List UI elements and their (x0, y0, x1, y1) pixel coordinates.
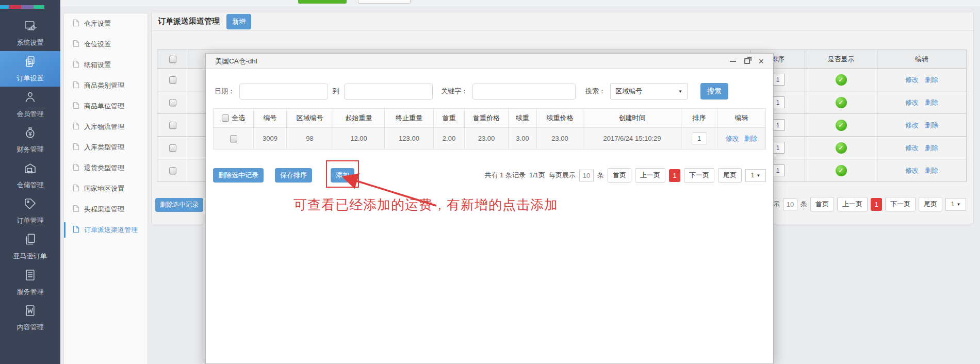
delete-link[interactable]: 删除 (925, 121, 938, 130)
sidebar-item-service-management[interactable]: 服务管理 (0, 264, 60, 300)
submenu-item-country-region[interactable]: 国家地区设置 (64, 178, 148, 199)
column-header-first-weight: 首重 (434, 109, 465, 127)
submenu-item-bin-setting[interactable]: 仓位设置 (64, 34, 148, 55)
modify-link[interactable]: 修改 (905, 121, 919, 130)
next-page-button[interactable]: 下一页 (885, 197, 916, 211)
keyword-input[interactable] (472, 84, 576, 100)
visible-check-icon[interactable]: ✓ (836, 120, 847, 131)
cell-end-weight: 123.00 (385, 128, 434, 149)
modify-link[interactable]: 修改 (905, 143, 919, 153)
monitor-gear-icon (23, 19, 37, 35)
restore-icon[interactable] (744, 58, 750, 64)
search-field-select[interactable]: 区域编号▼ (610, 83, 688, 100)
delete-link[interactable]: 删除 (925, 143, 938, 153)
row-checkbox[interactable] (169, 167, 176, 174)
cell-start-weight: 12.00 (333, 128, 385, 149)
submenu-item-label: 仓库设置 (84, 19, 111, 28)
next-page-button[interactable]: 下一页 (684, 168, 714, 183)
submenu-item-return-type[interactable]: 退货类型管理 (64, 158, 148, 178)
submenu-item-product-category[interactable]: 商品类别管理 (64, 75, 148, 96)
doc-icon (73, 102, 79, 111)
column-header-first-price: 首重价格 (465, 109, 509, 127)
partial-green-button[interactable] (298, 0, 347, 4)
doc-icon (73, 19, 79, 28)
first-page-button[interactable]: 首页 (810, 197, 834, 211)
page-info: 1/1页 (529, 171, 545, 180)
search-button[interactable]: 搜索 (700, 83, 728, 100)
select-all-checkbox[interactable] (222, 114, 229, 122)
to-label: 到 (333, 87, 339, 96)
cell-region: 98 (287, 128, 333, 149)
modify-link[interactable]: 修改 (905, 75, 919, 85)
submenu-item-first-leg-channel[interactable]: 头程渠道管理 (64, 199, 148, 220)
visible-check-icon[interactable]: ✓ (836, 142, 847, 154)
delete-selected-button[interactable]: 删除选中记录 (213, 168, 264, 183)
cell-add-weight: 3.00 (509, 128, 537, 149)
modify-link[interactable]: 修改 (905, 166, 919, 175)
date-from-input[interactable] (239, 84, 328, 100)
first-page-button[interactable]: 首页 (608, 168, 631, 183)
submenu-item-label: 入库类型管理 (84, 143, 124, 152)
submenu-item-label: 头程渠道管理 (84, 205, 124, 214)
row-checkbox[interactable] (169, 99, 176, 106)
submenu-item-label: 商品类别管理 (84, 81, 124, 90)
sort-input[interactable] (692, 133, 707, 144)
sidebar-item-order-settings[interactable]: 订单设置 (0, 51, 60, 87)
date-to-input[interactable] (344, 84, 433, 100)
row-checkbox[interactable] (169, 144, 176, 152)
select-all-checkbox[interactable] (169, 56, 176, 63)
search-by-label: 搜索： (585, 87, 606, 96)
prev-page-button[interactable]: 上一页 (635, 168, 665, 183)
per-page-input[interactable] (783, 198, 797, 210)
submenu-item-warehouse-setting[interactable]: 仓库设置 (64, 13, 148, 34)
submenu-item-order-delivery-channel[interactable]: 订单派送渠道管理 (64, 220, 148, 240)
partial-white-button[interactable] (358, 0, 411, 4)
sidebar-item-amazon-orders[interactable]: 亚马逊订单 (0, 229, 60, 264)
page-jump-select[interactable]: 1▼ (945, 198, 966, 211)
delete-link[interactable]: 删除 (744, 134, 758, 143)
page-jump-select[interactable]: 1▼ (745, 169, 766, 182)
save-sort-button[interactable]: 保存排序 (275, 168, 312, 183)
delete-link[interactable]: 删除 (925, 75, 938, 85)
close-icon[interactable]: × (758, 57, 764, 66)
delete-selected-button[interactable]: 删除选中记录 (155, 198, 203, 212)
sidebar: 系统设置 订单设置 会员管理 财务管理 仓储管理 订单管理 (0, 0, 60, 364)
search-field-value: 区域编号 (615, 87, 642, 96)
add-button[interactable]: 添加 (331, 168, 354, 183)
minimize-icon[interactable] (730, 61, 736, 62)
row-checkbox[interactable] (169, 76, 176, 84)
row-checkbox[interactable] (169, 122, 176, 129)
sidebar-item-label: 服务管理 (17, 287, 44, 296)
dialog-search-row: 日期： 到 关键字： 搜索： 区域编号▼ 搜索 (206, 69, 773, 100)
last-page-button[interactable]: 尾页 (718, 168, 742, 183)
submenu-item-inbound-type[interactable]: 入库类型管理 (64, 137, 148, 158)
visible-check-icon[interactable]: ✓ (836, 165, 847, 176)
last-page-button[interactable]: 尾页 (919, 197, 942, 211)
prev-page-button[interactable]: 上一页 (837, 197, 868, 211)
add-new-button[interactable]: 新增 (226, 14, 251, 29)
submenu-item-carton-setting[interactable]: 纸箱设置 (64, 55, 148, 75)
page-jump-value: 1 (951, 201, 955, 208)
delete-link[interactable]: 删除 (925, 98, 938, 107)
sidebar-item-content-management[interactable]: 内容管理 (0, 300, 60, 336)
submenu-item-product-unit[interactable]: 商品单位管理 (64, 96, 148, 117)
chevron-down-icon: ▼ (756, 173, 760, 178)
visible-check-icon[interactable]: ✓ (836, 97, 847, 108)
sidebar-item-warehouse-management[interactable]: 仓储管理 (0, 158, 60, 193)
current-page[interactable]: 1 (669, 169, 680, 182)
sidebar-item-finance-management[interactable]: 财务管理 (0, 122, 60, 158)
visible-check-icon[interactable]: ✓ (836, 74, 847, 86)
freight-table: 全选 编号 区域编号 起始重量 终止重量 首重 首重价格 续重 续重价格 创建时… (213, 108, 766, 150)
submenu-item-inbound-logistics[interactable]: 入库物流管理 (64, 117, 148, 137)
sidebar-item-member-management[interactable]: 会员管理 (0, 87, 60, 122)
current-page[interactable]: 1 (871, 198, 882, 211)
modify-link[interactable]: 修改 (726, 134, 739, 143)
doc-icon (73, 163, 79, 173)
sidebar-item-system-settings[interactable]: 系统设置 (0, 15, 60, 51)
dialog-header[interactable]: 美国CA仓-dhl × (206, 54, 773, 69)
per-page-input[interactable] (579, 170, 594, 181)
delete-link[interactable]: 删除 (925, 166, 938, 175)
modify-link[interactable]: 修改 (905, 98, 919, 107)
row-checkbox[interactable] (230, 135, 237, 142)
sidebar-item-order-management[interactable]: 订单管理 (0, 193, 60, 229)
